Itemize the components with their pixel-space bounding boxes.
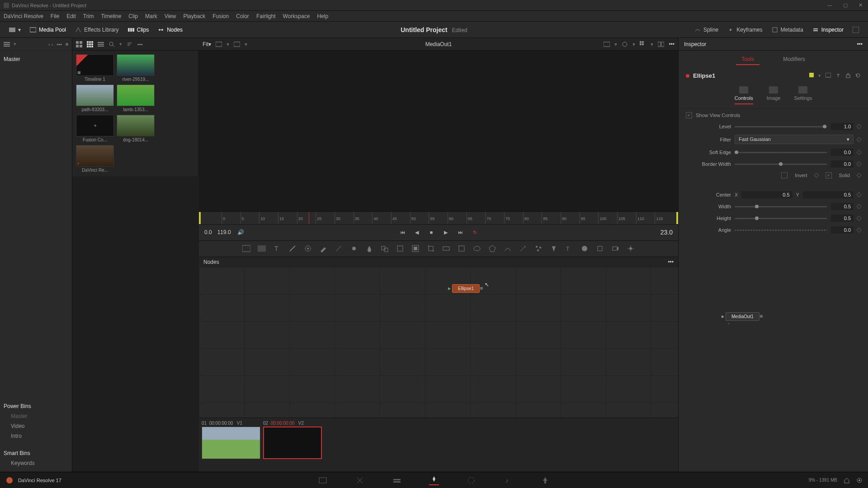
menu-fusion[interactable]: Fusion — [212, 13, 229, 19]
nodes-canvas[interactable]: ▶ Ellipse1 ↖ ▶ MediaOut1 ● — [199, 267, 678, 418]
nodes-options-icon[interactable]: ••• — [668, 259, 674, 265]
effects-library-button[interactable]: Effects Library — [71, 25, 123, 35]
wand-tool-icon[interactable] — [519, 244, 527, 253]
nodes-button[interactable]: Nodes — [153, 25, 187, 35]
light-tool-icon[interactable] — [627, 244, 635, 253]
current-frame[interactable]: 23.0 — [660, 229, 673, 236]
tracker-tool-icon[interactable] — [304, 244, 312, 253]
polygon-mask-icon[interactable] — [488, 244, 496, 253]
range-in[interactable]: 0.0 — [204, 229, 212, 235]
show-view-controls-check[interactable]: ✓ — [686, 112, 692, 118]
media-item[interactable]: ♪DaVinci Re... — [76, 145, 114, 173]
fit-dropdown[interactable]: Fit▾ — [203, 41, 211, 47]
power-bin-intro[interactable]: Intro — [4, 431, 68, 441]
node-color-swatch[interactable] — [809, 73, 814, 77]
height-value[interactable]: 0.5 — [831, 215, 854, 222]
smart-bins-title[interactable]: Smart Bins — [4, 448, 68, 458]
deliver-page-icon[interactable] — [540, 475, 550, 485]
media-item[interactable]: dog-18014... — [117, 115, 155, 142]
media-item[interactable]: path-83203... — [76, 84, 114, 112]
close-button[interactable]: ✕ — [857, 2, 864, 8]
menu-color[interactable]: Color — [236, 13, 249, 19]
pin-icon[interactable] — [835, 73, 841, 78]
power-bin-master[interactable]: Master — [4, 411, 68, 421]
media-page-icon[interactable] — [318, 475, 328, 485]
menu-fairlight[interactable]: Fairlight — [256, 13, 276, 19]
transform-tool-icon[interactable] — [396, 244, 404, 253]
range-out[interactable]: 119.0 — [217, 229, 231, 235]
sort-icon[interactable] — [127, 41, 133, 47]
node-ellipse[interactable]: ▶ Ellipse1 — [452, 284, 480, 293]
paint-tool-icon[interactable] — [288, 244, 297, 253]
pool-options-icon[interactable]: ••• — [137, 42, 143, 47]
thumb-view-icon[interactable] — [76, 41, 82, 47]
letterbox-tool-icon[interactable] — [442, 244, 450, 253]
emitter-tool-icon[interactable] — [550, 244, 558, 253]
cut-page-icon[interactable] — [355, 475, 365, 485]
power-bins-title[interactable]: Power Bins — [4, 401, 68, 411]
toolbar-dropdown[interactable]: ▾ — [5, 25, 25, 35]
pencil-tool-icon[interactable] — [335, 244, 343, 253]
keyframe-icon[interactable] — [856, 204, 861, 209]
filter-select[interactable]: Fast Gaussian▾ — [735, 135, 854, 144]
invert-check[interactable] — [781, 172, 788, 178]
blur-tool-icon[interactable] — [365, 244, 373, 253]
power-bin-video[interactable]: Video — [4, 421, 68, 431]
border-width-value[interactable]: 0.0 — [831, 160, 854, 168]
playhead[interactable] — [309, 212, 309, 224]
width-slider[interactable] — [735, 206, 827, 207]
last-frame-button[interactable]: ⏭ — [456, 228, 465, 237]
channel-icon[interactable] — [622, 41, 628, 47]
crop-tool-icon[interactable] — [427, 244, 435, 253]
camera-tool-icon[interactable] — [611, 244, 619, 253]
keyframe-icon[interactable] — [856, 137, 861, 142]
media-pool-button[interactable]: Media Pool — [25, 25, 71, 35]
rectangle-mask-icon[interactable] — [458, 244, 466, 253]
clip-item[interactable]: 01 00:00:00:00 V1 — [202, 421, 260, 459]
level-value[interactable]: 1.0 — [831, 123, 854, 130]
keyframe-icon[interactable] — [856, 161, 861, 166]
keyframe-icon[interactable] — [856, 124, 861, 129]
menu-davinciresolve[interactable]: DaVinci Resolve — [4, 13, 43, 19]
view-mode2-icon[interactable] — [234, 41, 240, 47]
soft-edge-value[interactable]: 0.0 — [831, 149, 854, 156]
expand-button[interactable] — [848, 25, 863, 35]
particles-tool-icon[interactable] — [534, 244, 542, 253]
shape3d-tool-icon[interactable] — [580, 244, 589, 253]
master-bin[interactable]: Master — [4, 54, 68, 64]
home-icon[interactable] — [844, 477, 850, 483]
clips-button[interactable]: Clips — [123, 25, 154, 35]
controls-subtab[interactable]: Controls — [735, 86, 753, 104]
brush-tool-icon[interactable] — [319, 244, 327, 253]
level-slider[interactable] — [735, 126, 827, 127]
maximize-button[interactable]: ▢ — [841, 2, 849, 8]
center-x-value[interactable]: 0.5 — [741, 191, 792, 198]
minimize-button[interactable]: — — [826, 2, 834, 8]
angle-dial[interactable] — [735, 230, 827, 231]
first-frame-button[interactable]: ⏮ — [398, 228, 407, 237]
spline-button[interactable]: Spline — [690, 25, 723, 35]
settings-subtab[interactable]: Settings — [794, 86, 812, 104]
menu-workspace[interactable]: Workspace — [283, 13, 310, 19]
fusion-page-icon[interactable] — [429, 475, 439, 485]
stop-button[interactable]: ■ — [427, 228, 436, 237]
node-mediaout[interactable]: ▶ MediaOut1 ● — [726, 312, 760, 321]
viewer-options-icon[interactable]: ••• — [669, 41, 675, 47]
reset-icon[interactable] — [855, 73, 861, 78]
clip-item[interactable]: 02 00:00:00:00 V2 ▦ — [263, 421, 322, 459]
keyframes-button[interactable]: Keyframes — [723, 25, 767, 35]
media-item[interactable]: lamb-1353... — [117, 84, 155, 112]
keyframe-icon[interactable] — [856, 173, 861, 178]
menu-trim[interactable]: Trim — [83, 13, 94, 19]
list-mode-icon[interactable] — [4, 41, 10, 47]
soft-edge-slider[interactable] — [735, 152, 827, 153]
settings-icon[interactable] — [856, 477, 863, 483]
media-item[interactable]: ▦Timeline 1 — [76, 54, 114, 82]
prev-frame-button[interactable]: ◀ — [412, 228, 421, 237]
list-view-icon[interactable] — [98, 41, 104, 47]
menu-clip[interactable]: Clip — [128, 13, 138, 19]
background-tool-icon[interactable] — [242, 244, 250, 253]
dual-view-icon[interactable] — [658, 41, 664, 47]
media-item[interactable]: ✦Fusion Co... — [76, 115, 114, 142]
menu-help[interactable]: Help — [317, 13, 328, 19]
